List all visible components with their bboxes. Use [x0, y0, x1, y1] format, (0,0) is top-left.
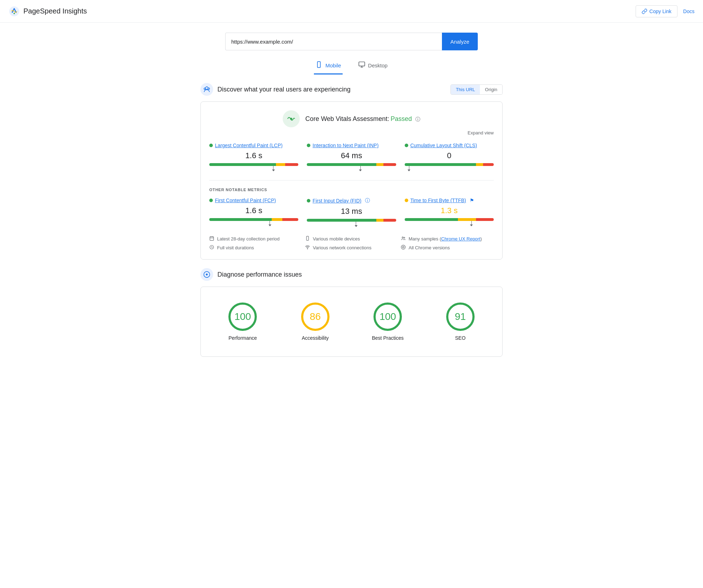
inp-label[interactable]: Interaction to Next Paint (INP) [312, 143, 378, 148]
tab-desktop[interactable]: Desktop [357, 57, 389, 74]
real-users-icon [200, 83, 213, 96]
cls-label[interactable]: Cumulative Layout Shift (CLS) [410, 143, 477, 148]
device-tabs: Mobile Desktop [0, 57, 703, 74]
meta-samples: Many samples (Chrome UX Report) [401, 236, 494, 242]
score-performance: 100 Performance [228, 303, 257, 341]
real-users-title: Discover what your real users are experi… [217, 86, 350, 93]
link-icon [642, 9, 647, 14]
ttfb-bar [405, 218, 494, 221]
clock-icon [209, 245, 214, 251]
meta-collection-text: Latest 28-day collection period [217, 236, 279, 242]
performance-value: 100 [234, 311, 251, 322]
best-practices-label: Best Practices [372, 335, 404, 341]
svg-rect-15 [306, 236, 309, 240]
metric-inp: Interaction to Next Paint (INP) 64 ms [307, 143, 396, 172]
score-best-practices: 100 Best Practices [372, 303, 404, 341]
svg-rect-11 [210, 237, 214, 240]
cwv-card: Core Web Vitals Assessment: Passed ⓘ Exp… [200, 101, 503, 260]
url-origin-toggle: This URL Origin [450, 84, 503, 95]
diagnose-title: Diagnose performance issues [217, 271, 302, 278]
chrome-icon [401, 245, 406, 251]
meta-network-text: Various network connections [313, 245, 371, 250]
fcp-label[interactable]: First Contentful Paint (FCP) [215, 198, 276, 203]
fid-info-icon[interactable]: ⓘ [365, 198, 370, 204]
calendar-icon [209, 236, 214, 242]
chrome-ux-report-link[interactable]: Chrome UX Report [441, 236, 481, 242]
metric-fcp: First Contentful Paint (FCP) 1.6 s [209, 198, 298, 227]
main-content: Discover what your real users are experi… [192, 83, 511, 379]
fcp-value: 1.6 s [209, 206, 298, 215]
svg-point-8 [204, 88, 206, 90]
expand-view[interactable]: Expand view [209, 130, 494, 135]
origin-button[interactable]: Origin [480, 85, 502, 94]
svg-point-21 [403, 246, 404, 248]
cwv-header: Core Web Vitals Assessment: Passed ⓘ [209, 110, 494, 127]
seo-label: SEO [455, 335, 466, 341]
svg-point-20 [401, 245, 405, 249]
meta-network: Various network connections [305, 245, 398, 251]
wifi-icon [305, 245, 310, 251]
lcp-bar [209, 163, 298, 166]
meta-samples-text: Many samples (Chrome UX Report) [409, 236, 482, 242]
accessibility-circle: 86 [301, 303, 330, 331]
fid-value: 13 ms [307, 207, 396, 216]
meta-chrome-versions: All Chrome versions [401, 245, 494, 251]
diagnose-icon [200, 268, 213, 281]
score-grid: 100 Performance 86 Accessibility 100 Bes… [209, 295, 494, 348]
cwv-icon [283, 110, 300, 127]
metric-cls: Cumulative Layout Shift (CLS) 0 [405, 143, 494, 172]
fid-label[interactable]: First Input Delay (FID) [312, 198, 361, 204]
cls-bar [405, 163, 494, 166]
header-left: PageSpeed Insights [9, 6, 87, 17]
svg-point-10 [290, 118, 292, 120]
diagnose-card: 100 Performance 86 Accessibility 100 Bes… [200, 287, 503, 357]
svg-rect-4 [359, 62, 365, 66]
fcp-bar [209, 218, 298, 221]
other-metrics: First Contentful Paint (FCP) 1.6 s [209, 198, 494, 227]
inp-bar [307, 163, 396, 166]
cls-value: 0 [405, 151, 494, 160]
app-title: PageSpeed Insights [23, 7, 87, 15]
lcp-label[interactable]: Largest Contentful Paint (LCP) [215, 143, 283, 148]
ttfb-dot [405, 199, 408, 202]
inp-dot [307, 144, 310, 147]
meta-visit-durations: Full visit durations [209, 245, 302, 251]
cwv-info-icon[interactable]: ⓘ [415, 116, 420, 122]
pagespeed-logo [9, 6, 20, 17]
seo-circle: 91 [446, 303, 475, 331]
url-input[interactable] [225, 33, 442, 50]
copy-link-button[interactable]: Copy Link [636, 5, 677, 17]
desktop-icon [358, 61, 365, 70]
tab-mobile-label: Mobile [325, 62, 341, 68]
meta-info: Latest 28-day collection period Various … [209, 236, 494, 251]
meta-collection-period: Latest 28-day collection period [209, 236, 302, 242]
tab-desktop-label: Desktop [368, 62, 388, 68]
ttfb-flag-icon: ⚑ [470, 198, 474, 203]
meta-mobile-devices: Various mobile devices [305, 236, 398, 242]
performance-circle: 100 [228, 303, 257, 331]
search-area: Analyze [217, 33, 486, 50]
seo-value: 91 [455, 311, 466, 322]
header-right: Copy Link Docs [636, 5, 694, 17]
performance-label: Performance [228, 335, 257, 341]
lcp-dot [209, 144, 213, 147]
docs-link[interactable]: Docs [683, 9, 694, 14]
mobile-icon [315, 61, 322, 70]
cwv-title-area: Core Web Vitals Assessment: Passed ⓘ [305, 115, 420, 123]
cwv-title: Core Web Vitals Assessment: [305, 115, 389, 122]
ttfb-label[interactable]: Time to First Byte (TTFB) [410, 198, 466, 203]
diagnose-header: Diagnose performance issues [200, 268, 503, 281]
score-accessibility: 86 Accessibility [301, 303, 330, 341]
analyze-button[interactable]: Analyze [442, 33, 478, 50]
other-metrics-label: OTHER NOTABLE METRICS [209, 188, 494, 192]
lcp-value: 1.6 s [209, 151, 298, 160]
tab-mobile[interactable]: Mobile [314, 57, 342, 74]
metric-ttfb: Time to First Byte (TTFB) ⚑ 1.3 s [405, 198, 494, 227]
this-url-button[interactable]: This URL [451, 85, 480, 94]
fid-bar [307, 219, 396, 222]
fid-dot [307, 199, 310, 203]
section-header-left: Discover what your real users are experi… [200, 83, 350, 96]
real-users-header: Discover what your real users are experi… [200, 83, 503, 96]
fcp-dot [209, 199, 213, 202]
svg-point-9 [208, 88, 210, 90]
